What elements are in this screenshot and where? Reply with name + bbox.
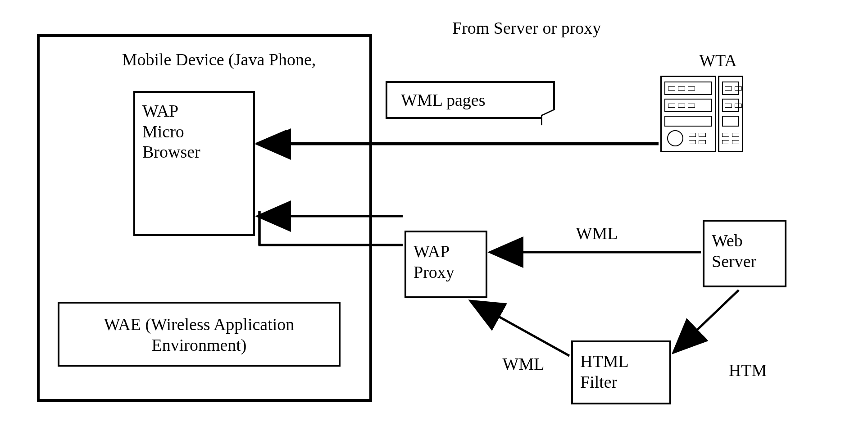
wae-text: WAE (Wireless Application Environment): [67, 308, 332, 355]
wml-top-label: WML: [568, 223, 626, 244]
html-filter-box: HTML Filter: [571, 340, 671, 404]
wml-pages-doc: WML pages: [386, 81, 555, 119]
header-right-label: From Server or proxy: [452, 18, 677, 39]
wap-micro-browser-box: WAP Micro Browser: [133, 91, 255, 236]
wml-pages-text: WML pages: [401, 90, 536, 111]
wap-proxy-box: WAP Proxy: [404, 231, 487, 298]
html-filter-text: HTML Filter: [580, 347, 662, 392]
wta-label: WTA: [691, 50, 745, 71]
wap-micro-browser-text: WAP Micro Browser: [142, 97, 246, 163]
arrow-webserver-to-htmlfilter: [675, 290, 739, 351]
htm-label: HTM: [716, 360, 779, 381]
web-server-text: Web Server: [712, 226, 777, 272]
wap-proxy-text: WAP Proxy: [414, 237, 478, 282]
mobile-device-label: Mobile Device (Java Phone,: [115, 50, 323, 70]
web-server-box: Web Server: [703, 220, 786, 287]
arrow-htmlfilter-to-proxy: [472, 302, 569, 356]
wae-box: WAE (Wireless Application Environment): [58, 302, 341, 367]
wml-bottom-label: WML: [492, 354, 555, 375]
